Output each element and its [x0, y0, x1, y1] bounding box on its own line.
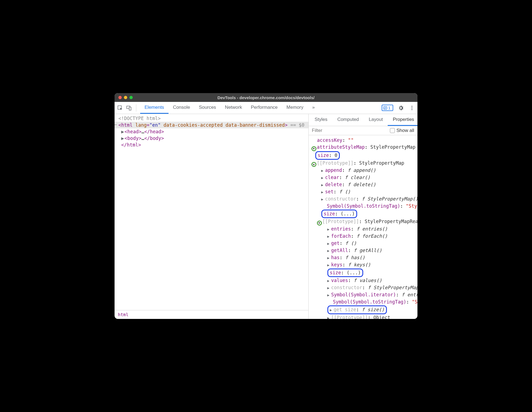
- prop-clear[interactable]: ▶clear: f clear(): [309, 174, 417, 181]
- properties-tree[interactable]: accessKey: "" ▼attributeStyleMap: StyleP…: [309, 135, 417, 319]
- prop-symbol-iterator[interactable]: ▶Symbol(Symbol.iterator): f entries(): [309, 291, 417, 299]
- close-window-button[interactable]: [118, 96, 122, 99]
- svg-rect-3: [384, 107, 387, 109]
- expand-marker-icon: ▼: [317, 221, 322, 226]
- tab-console[interactable]: Console: [169, 102, 194, 114]
- prop-size-2-highlighted[interactable]: size: (...): [309, 210, 417, 218]
- tab-network[interactable]: Network: [221, 102, 246, 114]
- titlebar: DevTools - developer.chrome.com/docs/dev…: [115, 93, 417, 102]
- separator: [136, 104, 136, 112]
- tab-memory[interactable]: Memory: [282, 102, 308, 114]
- content: <!DOCTYPE html> <html lang="en" data-coo…: [115, 114, 417, 319]
- filter-input[interactable]: [312, 128, 387, 133]
- dom-tree[interactable]: <!DOCTYPE html> <html lang="en" data-coo…: [115, 114, 308, 310]
- subtab-computed[interactable]: Computed: [332, 114, 364, 126]
- svg-rect-2: [129, 107, 131, 110]
- issues-button[interactable]: 1: [382, 105, 393, 111]
- devtools-window: DevTools - developer.chrome.com/docs/dev…: [115, 93, 417, 319]
- prop-delete[interactable]: ▶delete: f delete(): [309, 181, 417, 188]
- show-all-toggle[interactable]: Show all: [390, 128, 414, 133]
- zoom-window-button[interactable]: [129, 96, 133, 99]
- prop-getall[interactable]: ▶getAll: f getAll(): [309, 247, 417, 254]
- dom-doctype[interactable]: <!DOCTYPE html>: [115, 115, 308, 122]
- prop-accesskey[interactable]: accessKey: "": [309, 137, 417, 144]
- filter-bar: Show all: [309, 126, 417, 135]
- sidebar-tabs: Styles Computed Layout Properties »: [309, 114, 417, 126]
- prop-symbol-tag-1[interactable]: Symbol(Symbol.toStringTag): "StyleProper…: [309, 203, 417, 210]
- issues-count: 1: [388, 105, 390, 110]
- traffic-lights: [115, 96, 133, 99]
- window-title: DevTools - developer.chrome.com/docs/dev…: [115, 95, 417, 100]
- prop-foreach[interactable]: ▶forEach: f forEach(): [309, 233, 417, 240]
- prop-keys[interactable]: ▶keys: f keys(): [309, 261, 417, 269]
- prop-append[interactable]: ▶append: f append(): [309, 167, 417, 174]
- prop-prototype-2[interactable]: ▼[[Prototype]]: StylePropertyMapReadOnly: [309, 218, 417, 226]
- main-tabs: Elements Console Sources Network Perform…: [140, 102, 319, 114]
- svg-point-7: [411, 107, 412, 109]
- svg-point-6: [411, 106, 412, 107]
- prop-prototype-1[interactable]: ▼[[Prototype]]: StylePropertyMap: [309, 160, 417, 167]
- tab-more[interactable]: »: [308, 102, 319, 114]
- svg-point-8: [411, 109, 412, 110]
- tab-sources[interactable]: Sources: [194, 102, 220, 114]
- prop-values[interactable]: ▶values: f values(): [309, 277, 417, 284]
- expand-marker-icon: ▼: [311, 146, 316, 151]
- expand-marker-icon: ▼: [311, 162, 316, 167]
- tab-performance[interactable]: Performance: [246, 102, 282, 114]
- dom-body-element[interactable]: ▶<body>…</body>: [115, 135, 308, 142]
- show-all-label: Show all: [397, 128, 414, 133]
- prop-getsize-highlighted[interactable]: ▶get size: f size(): [309, 305, 417, 314]
- inspect-icon[interactable]: [117, 105, 123, 111]
- dom-html-element[interactable]: <html lang="en" data-cookies-accepted da…: [115, 122, 308, 128]
- dom-html-close[interactable]: </html>: [115, 142, 308, 148]
- subtab-layout[interactable]: Layout: [364, 114, 388, 126]
- minimize-window-button[interactable]: [124, 96, 127, 99]
- prop-constructor-1[interactable]: ▶constructor: f StylePropertyMap(): [309, 196, 417, 203]
- main-toolbar: Elements Console Sources Network Perform…: [115, 102, 417, 114]
- more-icon[interactable]: [409, 105, 415, 111]
- prop-set[interactable]: ▶set: f (): [309, 188, 417, 196]
- checkbox-icon[interactable]: [390, 128, 395, 133]
- prop-get[interactable]: ▶get: f (): [309, 240, 417, 247]
- subtab-properties[interactable]: Properties: [388, 114, 417, 126]
- prop-entries[interactable]: ▶entries: f entries(): [309, 226, 417, 233]
- tab-elements[interactable]: Elements: [140, 102, 169, 114]
- prop-has[interactable]: ▶has: f has(): [309, 254, 417, 261]
- settings-icon[interactable]: [398, 105, 404, 111]
- toolbar-right: 1: [382, 105, 415, 111]
- elements-panel: <!DOCTYPE html> <html lang="en" data-coo…: [115, 114, 309, 319]
- device-toggle-icon[interactable]: [126, 105, 132, 111]
- subtab-styles[interactable]: Styles: [310, 114, 332, 126]
- prop-attributestylemap[interactable]: ▼attributeStyleMap: StylePropertyMap: [309, 144, 417, 151]
- prop-prototype-3[interactable]: ▶[[Prototype]]: Object: [309, 314, 417, 319]
- prop-symbol-tag-2[interactable]: Symbol(Symbol.toStringTag): "StyleProper…: [309, 299, 417, 305]
- sidebar-panel: Styles Computed Layout Properties » Show…: [309, 114, 417, 319]
- breadcrumb[interactable]: html: [115, 310, 308, 319]
- prop-constructor-2[interactable]: ▶constructor: f StylePropertyMapReadOnly…: [309, 284, 417, 291]
- prop-size-3-highlighted[interactable]: size: (...): [309, 269, 417, 277]
- dom-head-element[interactable]: ▶<head>…</head>: [115, 128, 308, 135]
- prop-size-highlighted[interactable]: size: 0: [309, 151, 417, 160]
